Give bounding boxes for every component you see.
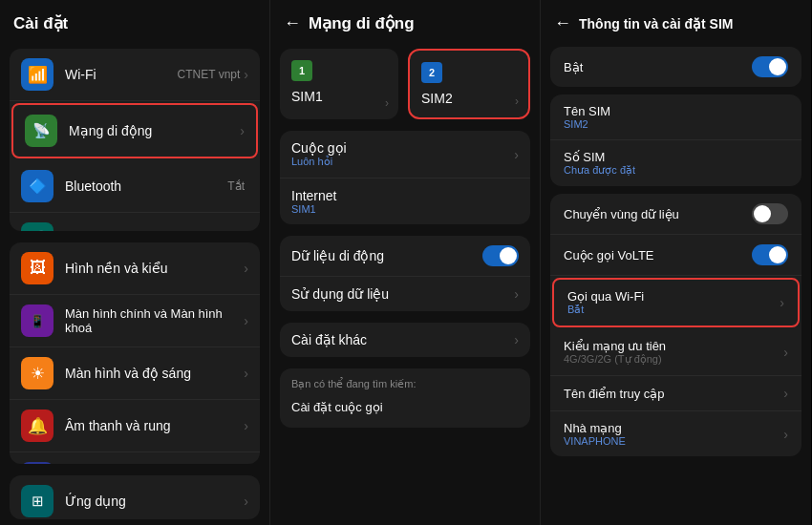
bluetooth-icon: 🔷 (21, 170, 53, 202)
sim1-chevron: › (385, 96, 389, 110)
settings-item-mobile[interactable]: 📡 Mạng di động › (11, 103, 258, 158)
sim-number-title: Số SIM (564, 150, 788, 164)
mobile-chevron: › (240, 123, 245, 138)
sim1-card[interactable]: 1 SIM1 › (280, 49, 398, 119)
mobile-title: Mạng di động (309, 13, 415, 33)
wifi-call-chevron: › (780, 295, 784, 310)
data-usage-chevron: › (514, 286, 519, 302)
display-chevron: › (244, 366, 248, 381)
connect-icon: 🔗 (21, 222, 53, 231)
suggestion-item[interactable]: Cài đặt cuộc gọi (291, 396, 519, 418)
roaming-toggle[interactable] (752, 203, 788, 224)
other-settings-chevron: › (514, 332, 519, 347)
internet-item[interactable]: Internet SIM1 (280, 178, 530, 224)
carrier-item[interactable]: Nhà mạng VINAPHONE › (550, 411, 801, 456)
settings-item-wallpaper[interactable]: 🖼 Hình nền và kiểu › (10, 242, 260, 295)
sim-name-item[interactable]: Tên SIM SIM2 (550, 94, 801, 140)
carrier-sub: VINAPHONE (564, 435, 783, 447)
settings-item-notifications[interactable]: 🔔 Thông báo và thanh trạng thái › (10, 452, 260, 464)
mobile-back[interactable]: ← (284, 13, 301, 33)
network-type-title: Kiểu mạng ưu tiên (564, 339, 783, 353)
bluetooth-status: Tắt (227, 179, 245, 193)
sim-on-toggle[interactable] (752, 56, 788, 77)
settings-item-display[interactable]: ☀ Màn hình và độ sáng › (10, 347, 260, 400)
homescreen-label: Màn hình chính và Màn hình khoá (65, 306, 244, 335)
sim-on-item[interactable]: Bật (550, 47, 801, 87)
other-settings-label: Cài đặt khác (291, 332, 514, 347)
settings-group-1: 📶 Wi-Fi CTNET vnpt › 📡 Mạng di động › 🔷 … (10, 49, 260, 231)
apps-icon: ⊞ (21, 485, 53, 517)
calls-label: Cuộc gọi (291, 140, 514, 156)
calls-chevron: › (514, 147, 519, 162)
mobile-group-1: Cuộc gọi Luôn hỏi › Internet SIM1 (280, 131, 530, 224)
mobile-icon: 📡 (25, 115, 57, 147)
internet-sub: SIM1 (291, 203, 519, 215)
network-type-sub: 4G/3G/2G (Tự động) (564, 353, 783, 366)
display-icon: ☀ (21, 357, 53, 389)
sim2-card[interactable]: 2 SIM2 › (408, 49, 530, 119)
settings-item-wifi[interactable]: 📶 Wi-Fi CTNET vnpt › (10, 49, 260, 101)
p3-group-bat: Bật (550, 47, 801, 87)
sim-on-label: Bật (564, 60, 752, 74)
sim-name-sub: SIM2 (564, 118, 788, 130)
carrier-chevron: › (783, 427, 788, 442)
mobile-data-toggle[interactable] (482, 245, 519, 266)
suggestion-box: Bạn có thể đang tìm kiếm: Cài đặt cuộc g… (280, 368, 530, 428)
apps-label: Ứng dụng (65, 494, 244, 509)
settings-item-bluetooth[interactable]: 🔷 Bluetooth Tắt (10, 160, 260, 213)
display-label: Màn hình và độ sáng (65, 366, 244, 381)
wallpaper-label: Hình nền và kiểu (65, 261, 244, 276)
settings-title: Cài đặt (13, 13, 68, 33)
sound-label: Âm thanh và rung (65, 418, 244, 433)
wifi-chevron: › (244, 67, 248, 82)
sim1-badge: 1 (291, 60, 312, 81)
wallpaper-icon: 🖼 (21, 252, 53, 284)
settings-group-3: ⊞ Ứng dụng › (10, 475, 260, 519)
sim2-badge: 2 (421, 62, 442, 83)
apn-title: Tên điểm truy cập (564, 387, 783, 401)
settings-item-sound[interactable]: 🔔 Âm thanh và rung › (10, 400, 260, 452)
roaming-title: Chuyển vùng dữ liệu (564, 207, 752, 221)
other-settings-item[interactable]: Cài đặt khác › (280, 323, 530, 357)
wifi-call-item[interactable]: Gọi qua Wi-Fi Bắt › (554, 280, 798, 326)
panel-sim-settings: ← Thông tin và cài đặt SIM Bật Tên SIM S… (541, 0, 811, 525)
wifi-label: Wi-Fi (65, 67, 178, 82)
sound-icon: 🔔 (21, 410, 53, 442)
mobile-data-label: Dữ liệu di động (291, 248, 482, 263)
network-type-item[interactable]: Kiểu mạng ưu tiên 4G/3G/2G (Tự động) › (550, 329, 801, 376)
roaming-item[interactable]: Chuyển vùng dữ liệu (550, 194, 801, 235)
suggestion-hint: Bạn có thể đang tìm kiếm: (291, 378, 519, 390)
settings-item-connect[interactable]: 🔗 Kết nối và chia sẻ › (10, 213, 260, 231)
settings-group-2: 🖼 Hình nền và kiểu › 📱 Màn hình chính và… (10, 242, 260, 464)
mobile-data-item[interactable]: Dữ liệu di động (280, 236, 530, 277)
mobile-group-3: Cài đặt khác › (280, 323, 530, 357)
sim-back[interactable]: ← (554, 13, 571, 33)
bluetooth-label: Bluetooth (65, 178, 227, 194)
apps-chevron: › (244, 494, 248, 509)
calls-item[interactable]: Cuộc gọi Luôn hỏi › (280, 131, 530, 178)
sim1-name: SIM1 (291, 89, 323, 104)
wifi-call-title: Gọi qua Wi-Fi (567, 289, 780, 304)
volte-item[interactable]: Cuộc gọi VoLTE (550, 235, 801, 276)
apn-item[interactable]: Tên điểm truy cập › (550, 376, 801, 411)
settings-item-homescreen[interactable]: 📱 Màn hình chính và Màn hình khoá › (10, 295, 260, 347)
sound-chevron: › (244, 418, 248, 433)
homescreen-icon: 📱 (21, 304, 53, 337)
data-usage-label: Sử dụng dữ liệu (291, 286, 514, 302)
wifi-icon: 📶 (21, 58, 53, 91)
wifi-call-item-wrapper: Gọi qua Wi-Fi Bắt › (552, 278, 800, 327)
sim2-chevron: › (515, 94, 519, 108)
panel-settings: Cài đặt 📶 Wi-Fi CTNET vnpt › 📡 Mạng di đ… (0, 0, 270, 525)
data-usage-item[interactable]: Sử dụng dữ liệu › (280, 277, 530, 311)
homescreen-chevron: › (244, 313, 248, 328)
apn-chevron: › (783, 386, 788, 401)
notifications-icon: 🔔 (21, 462, 53, 464)
settings-item-apps[interactable]: ⊞ Ứng dụng › (10, 475, 260, 519)
sim-settings-title: Thông tin và cài đặt SIM (579, 16, 733, 32)
volte-toggle[interactable] (752, 244, 788, 265)
sim-number-item[interactable]: Số SIM Chưa được đặt (550, 140, 801, 186)
wifi-call-sub: Bắt (567, 304, 780, 316)
panel-mobile: ← Mạng di động 1 SIM1 › 2 SIM2 › Cuộc gọ… (270, 0, 541, 525)
volte-title: Cuộc gọi VoLTE (564, 248, 752, 262)
sim-cards-row: 1 SIM1 › 2 SIM2 › (280, 49, 530, 119)
